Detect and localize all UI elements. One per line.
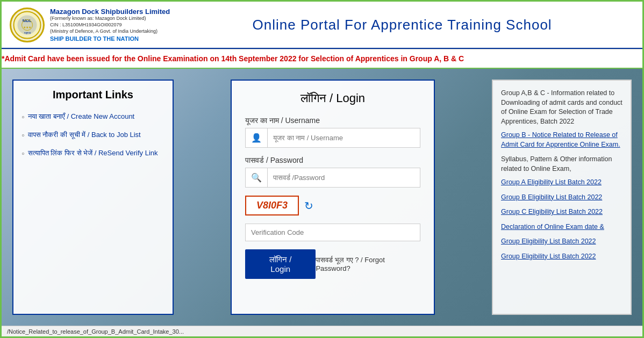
group-c-eligibility-link[interactable]: Group C Eligibility List Batch 2022 bbox=[501, 207, 622, 217]
ticker-text: *Admit Card have been issued for the Onl… bbox=[2, 54, 464, 63]
captcha-display: V8I0F3 bbox=[245, 196, 299, 215]
group-b-eligibility-link[interactable]: Group B Eligibility List Batch 2022 bbox=[501, 193, 622, 203]
list-item: ◦ नया खाता बनाएँ / Create New Account bbox=[22, 112, 164, 122]
important-links-panel: Important Links ◦ नया खाता बनाएँ / Creat… bbox=[12, 80, 174, 315]
ship-builder-tagline: SHIP BUILDER TO THE NATION bbox=[50, 35, 170, 42]
company-cin: CIN : L35100MH1934GOI002079 bbox=[50, 22, 170, 28]
list-item: ◦ सत्यापित लिंक फिर से भेजें / ReSend Ve… bbox=[22, 148, 164, 159]
header: MDL ★★★ मझगाव Mazagon Dock Shipbuilders … bbox=[2, 2, 642, 49]
company-logo: MDL ★★★ मझगाव bbox=[10, 8, 45, 42]
info-text: Group A,B & C - Information related to D… bbox=[501, 89, 622, 126]
list-item: ◦ वापस नौकरी की सूची में / Back to Job L… bbox=[22, 130, 164, 140]
status-bar: /Notice_Related_to_release_of_Group_B_Ad… bbox=[2, 326, 642, 338]
logo-area: MDL ★★★ मझगाव Mazagon Dock Shipbuilders … bbox=[10, 8, 170, 42]
back-to-jobs-link[interactable]: वापस नौकरी की सूची में / Back to Job Lis… bbox=[28, 130, 141, 140]
ticker-bar: *Admit Card have been issued for the Onl… bbox=[2, 49, 642, 69]
username-label: यूजर का नाम / Username bbox=[245, 116, 420, 125]
group-a-eligibility-link[interactable]: Group A Eligibility List Batch 2022 bbox=[501, 178, 622, 188]
password-label: पासवर्ड / Password bbox=[245, 156, 420, 165]
login-panel: लॉगिन / Login यूजर का नाम / Username 👤 प… bbox=[231, 80, 435, 315]
login-button[interactable]: लॉगिन / Login bbox=[245, 249, 316, 279]
company-info: Mazagon Dock Shipbuilders Limited (Forme… bbox=[50, 8, 170, 42]
bullet-icon: ◦ bbox=[22, 131, 25, 140]
captcha-row: V8I0F3 ↻ bbox=[245, 196, 420, 215]
password-group: पासवर्ड / Password 🔍 bbox=[245, 156, 420, 188]
resend-verify-link[interactable]: सत्यापित लिंक फिर से भेजें / ReSend Veri… bbox=[28, 148, 158, 158]
group-b-notice-link[interactable]: Group B - Notice Related to Release of A… bbox=[501, 131, 622, 149]
username-input[interactable] bbox=[268, 130, 420, 146]
username-input-wrapper: 👤 bbox=[245, 128, 420, 148]
status-text: /Notice_Related_to_release_of_Group_B_Ad… bbox=[7, 328, 184, 335]
group-eligibility-list-1[interactable]: Group Eligibility List Batch 2022 bbox=[501, 237, 622, 247]
bullet-icon: ◦ bbox=[22, 112, 25, 122]
syllabus-text: Syllabus, Pattern & Other information re… bbox=[501, 155, 622, 174]
company-ministry: (Ministry of Defence, A Govt. of India U… bbox=[50, 28, 170, 35]
svg-text:मझगाव: मझगाव bbox=[24, 31, 31, 34]
right-info-panel: Group A,B & C - Information related to D… bbox=[492, 80, 632, 315]
forgot-password-link[interactable]: पासवर्ड भूल गए ? / Forgot Password? bbox=[316, 256, 420, 272]
login-actions: लॉगिन / Login पासवर्ड भूल गए ? / Forgot … bbox=[245, 249, 420, 279]
verification-code-input[interactable] bbox=[245, 224, 420, 241]
password-input[interactable] bbox=[268, 169, 420, 186]
main-content: Important Links ◦ नया खाता बनाएँ / Creat… bbox=[2, 69, 642, 326]
company-name: Mazagon Dock Shipbuilders Limited bbox=[50, 8, 170, 16]
password-input-wrapper: 🔍 bbox=[245, 168, 420, 188]
create-account-link[interactable]: नया खाता बनाएँ / Create New Account bbox=[28, 112, 135, 121]
declaration-link[interactable]: Declaration of Online Exam date & bbox=[501, 222, 622, 232]
user-icon: 👤 bbox=[246, 128, 268, 147]
svg-text:★★★: ★★★ bbox=[23, 26, 31, 29]
refresh-captcha-icon[interactable]: ↻ bbox=[304, 199, 313, 212]
bullet-icon: ◦ bbox=[22, 149, 25, 159]
portal-title: Online Portal For Apprentice Training Sc… bbox=[170, 17, 634, 33]
lock-icon: 🔍 bbox=[246, 168, 268, 187]
login-title: लॉगिन / Login bbox=[245, 91, 420, 105]
username-group: यूजर का नाम / Username 👤 bbox=[245, 116, 420, 148]
important-links-title: Important Links bbox=[22, 89, 164, 101]
company-formerly: (Formerly known as: Mazagon Dock Limited… bbox=[50, 16, 170, 22]
group-eligibility-list-2[interactable]: Group Eligibility List Batch 2022 bbox=[501, 252, 622, 262]
